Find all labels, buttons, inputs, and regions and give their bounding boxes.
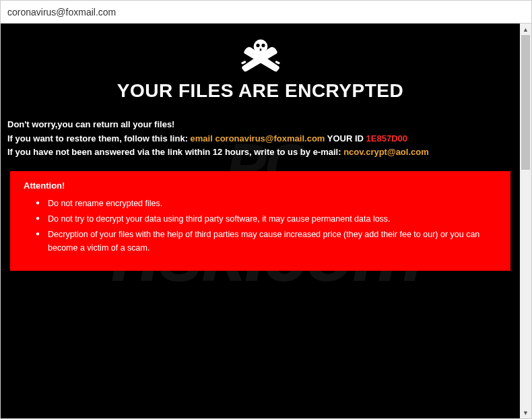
contact-email-secondary: ncov.crypt@aol.com (343, 147, 429, 157)
attention-item: Do not rename encrypted files. (36, 197, 497, 210)
vertical-scrollbar[interactable]: ▲ ▼ (520, 24, 531, 418)
svg-rect-4 (259, 49, 261, 51)
window-frame: coronavirus@foxmail.com PC risk.com (0, 0, 532, 419)
instruction-line-3: If you have not been answered via the li… (7, 146, 513, 159)
svg-rect-8 (240, 61, 246, 65)
main-heading: YOUR FILES ARE ENCRYPTED (7, 80, 513, 102)
title-bar: coronavirus@foxmail.com (1, 1, 531, 24)
attention-item: Do not try to decrypt your data using th… (36, 213, 497, 226)
victim-id: 1E857D00 (366, 133, 407, 143)
attention-box: Attention! Do not rename encrypted files… (10, 171, 510, 271)
line2-id-label: YOUR ID (325, 133, 366, 143)
svg-point-3 (261, 44, 265, 47)
contact-email-primary: email coronavirus@foxmail.com (191, 133, 325, 143)
content-area: PC risk.com (1, 24, 531, 418)
ransom-note: YOUR FILES ARE ENCRYPTED Don't worry,you… (1, 24, 520, 418)
attention-item: Decryption of your files with the help o… (36, 228, 497, 255)
window-title: coronavirus@foxmail.com (7, 7, 116, 18)
skull-logo-wrap (7, 36, 513, 76)
instruction-line-1: Don't worry,you can return all your file… (7, 118, 513, 131)
svg-point-2 (256, 44, 259, 47)
attention-title: Attention! (24, 181, 497, 191)
scroll-down-icon[interactable]: ▼ (520, 407, 531, 418)
scrollbar-thumb[interactable] (521, 35, 530, 170)
skull-crossed-swords-icon (234, 36, 288, 73)
svg-rect-9 (275, 61, 280, 65)
attention-list: Do not rename encrypted files. Do not tr… (24, 197, 497, 255)
scroll-up-icon[interactable]: ▲ (520, 24, 531, 35)
instruction-line-2: If you want to restore them, follow this… (7, 132, 513, 146)
line2-prefix: If you want to restore them, follow this… (7, 133, 191, 143)
line3-prefix: If you have not been answered via the li… (7, 147, 343, 157)
instructions-block: Don't worry,you can return all your file… (7, 118, 513, 159)
